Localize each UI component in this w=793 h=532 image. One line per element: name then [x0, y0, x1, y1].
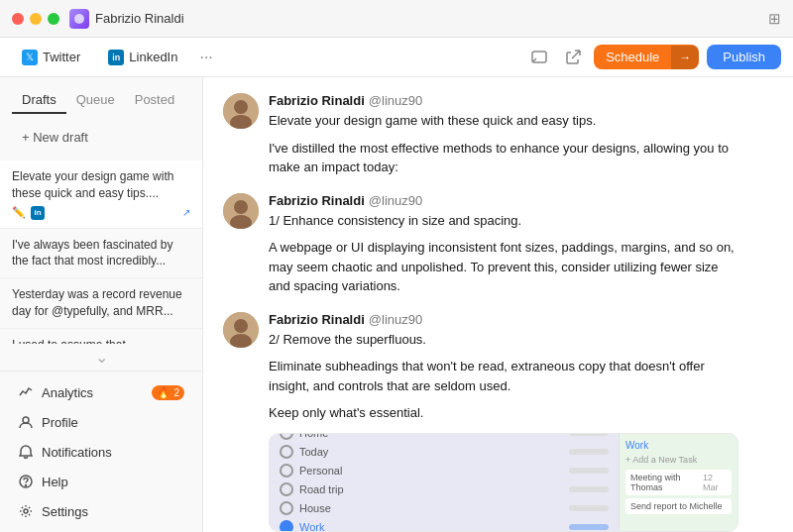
app-title: Fabrizio Rinaldi [69, 9, 184, 29]
analytics-label: Analytics [42, 385, 93, 400]
tab-posted[interactable]: Posted [125, 87, 184, 114]
preview-right-panel: Work + Add a New Task Meeting with Thoma… [619, 434, 737, 531]
app-icon [69, 9, 89, 29]
draft-item[interactable]: Elevate your design game with these quic… [0, 160, 202, 229]
collapse-button[interactable]: ⌄ [0, 344, 202, 371]
preview-row: Home [280, 433, 609, 440]
tweet-paragraph: Keep only what's essential. [269, 403, 738, 423]
analytics-badge: 🔥 2 [152, 385, 184, 400]
preview-bar [569, 449, 609, 455]
svg-point-7 [234, 100, 248, 114]
help-icon [18, 474, 34, 489]
tweet-header: Fabrizio Rinaldi @linuz90 [269, 93, 738, 108]
sidebar-bottom-nav: Analytics 🔥 2 Profile [0, 371, 202, 532]
preview-dot [280, 501, 293, 515]
tab-drafts[interactable]: Drafts [12, 87, 66, 114]
tweet-3: Fabrizio Rinaldi @linuz90 2/ Remove the … [223, 312, 738, 533]
tweet-body: 2/ Remove the superfluous. Eliminate sub… [269, 330, 738, 423]
preview-image: Home Today Personal [269, 433, 738, 532]
sidebar-item-profile[interactable]: Profile [4, 407, 198, 437]
link-icon: ↗ [182, 207, 190, 218]
sidebar: Drafts Queue Posted + New draft Elevate … [0, 77, 203, 532]
tab-queue[interactable]: Queue [66, 87, 125, 114]
fullscreen-button[interactable] [48, 13, 59, 25]
svg-point-4 [26, 485, 27, 486]
draft-text: I used to assume that programming at a d… [12, 337, 190, 344]
linkedin-platform-btn[interactable]: in LinkedIn [98, 46, 187, 69]
tweet-content: Fabrizio Rinaldi @linuz90 Elevate your d… [269, 93, 738, 177]
twitter-icon: 𝕏 [22, 50, 38, 65]
sidebar-item-analytics[interactable]: Analytics 🔥 2 [4, 377, 198, 407]
preview-row: Today [280, 445, 609, 459]
draft-text: I've always been fascinated by the fact … [12, 237, 190, 270]
draft-item[interactable]: I used to assume that programming at a d… [0, 329, 202, 344]
settings-label: Settings [42, 504, 88, 519]
svg-point-5 [24, 509, 28, 513]
tweet-content: Fabrizio Rinaldi @linuz90 1/ Enhance con… [269, 193, 738, 296]
more-platforms-btn[interactable]: ··· [195, 49, 216, 66]
tweet-content: Fabrizio Rinaldi @linuz90 2/ Remove the … [269, 312, 738, 533]
sidebar-item-settings[interactable]: Settings [4, 496, 198, 526]
draft-list: Elevate your design game with these quic… [0, 160, 202, 344]
schedule-button[interactable]: Schedule [594, 45, 671, 69]
preview-bar [569, 505, 609, 511]
linkedin-icon: in [108, 50, 124, 65]
grid-icon: ⊞ [768, 10, 781, 28]
minimize-button[interactable] [30, 13, 42, 25]
tweet-author-name: Fabrizio Rinaldi [269, 193, 365, 208]
message-icon-btn[interactable] [526, 45, 552, 70]
preview-row: Road trip [280, 482, 609, 496]
close-button[interactable] [12, 13, 24, 25]
avatar [223, 193, 259, 229]
preview-dot-selected [280, 520, 293, 532]
sidebar-tabs: Drafts Queue Posted [0, 77, 202, 114]
linkedin-badge: in [31, 206, 45, 220]
post-thread: Fabrizio Rinaldi @linuz90 Elevate your d… [223, 93, 738, 532]
preview-left-panel: Home Today Personal [270, 434, 619, 531]
analytics-icon [18, 384, 34, 400]
notifications-label: Notifications [42, 445, 112, 460]
publish-button[interactable]: Publish [707, 45, 781, 69]
tweet-header: Fabrizio Rinaldi @linuz90 [269, 193, 738, 208]
notifications-icon [18, 444, 34, 460]
preview-row: Work [280, 520, 609, 532]
tweet-body: Elevate your design game with these quic… [269, 111, 738, 177]
svg-point-0 [74, 14, 84, 24]
svg-point-2 [23, 417, 29, 423]
preview-dot [280, 445, 293, 459]
draft-text: Yesterday was a record revenue day for @… [12, 286, 190, 320]
new-draft-button[interactable]: + New draft [12, 124, 190, 151]
tweet-paragraph: Elevate your design game with these quic… [269, 111, 738, 131]
tweet-1: Fabrizio Rinaldi @linuz90 Elevate your d… [223, 93, 738, 177]
preview-row: Personal [280, 464, 609, 478]
schedule-group: Schedule → [594, 45, 699, 69]
preview-bar [569, 486, 609, 492]
profile-label: Profile [42, 415, 78, 430]
twitter-platform-btn[interactable]: 𝕏 Twitter [12, 46, 90, 69]
tweet-2: Fabrizio Rinaldi @linuz90 1/ Enhance con… [223, 193, 738, 296]
tweet-author-handle: @linuz90 [369, 312, 422, 327]
linkedin-label: LinkedIn [129, 50, 177, 64]
analytics-count: 2 [173, 387, 179, 398]
tweet-paragraph: 1/ Enhance consistency in size and spaci… [269, 211, 738, 231]
preview-subtitle: + Add a New Task [625, 455, 732, 465]
sidebar-item-notifications[interactable]: Notifications [4, 437, 198, 467]
settings-icon [18, 503, 34, 519]
draft-text: Elevate your design game with these quic… [12, 168, 190, 202]
fire-icon: 🔥 [157, 386, 170, 399]
preview-dot [280, 464, 293, 478]
tweet-header: Fabrizio Rinaldi @linuz90 [269, 312, 738, 327]
draft-item[interactable]: I've always been fascinated by the fact … [0, 229, 202, 279]
external-link-icon-btn[interactable] [560, 45, 586, 70]
sidebar-item-help[interactable]: Help [4, 467, 198, 496]
avatar [223, 312, 259, 348]
draft-item[interactable]: Yesterday was a record revenue day for @… [0, 278, 202, 329]
preview-right-header: Work [625, 440, 732, 451]
svg-point-13 [234, 319, 248, 333]
schedule-arrow-button[interactable]: → [671, 46, 699, 69]
preview-task: Send report to Michelle [625, 498, 732, 514]
tweet-author-name: Fabrizio Rinaldi [269, 312, 365, 327]
post-area: Fabrizio Rinaldi @linuz90 Elevate your d… [203, 77, 793, 532]
profile-icon [18, 414, 34, 430]
tweet-author-name: Fabrizio Rinaldi [269, 93, 365, 108]
